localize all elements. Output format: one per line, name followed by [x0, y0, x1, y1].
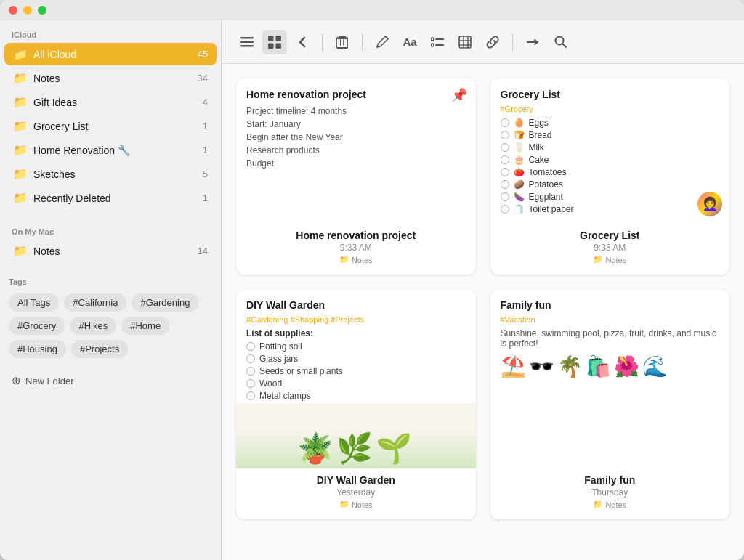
- grocery-tag: #Grocery: [501, 105, 720, 113]
- note-folder-label: Notes: [352, 256, 373, 264]
- grocery-item: 🍆Eggplant: [501, 192, 720, 202]
- svg-rect-4: [276, 36, 282, 41]
- sidebar-item-sketches[interactable]: 📁 Sketches 5: [4, 163, 217, 185]
- format-button[interactable]: Aa: [397, 30, 422, 54]
- pin-icon: 📌: [451, 87, 467, 103]
- sidebar-item-count: 1: [203, 145, 208, 155]
- svg-rect-16: [459, 36, 471, 48]
- note-preview-title: DIY Wall Garden: [246, 299, 466, 311]
- format-text-icon: Aa: [403, 36, 416, 48]
- note-folder-label: Notes: [605, 256, 626, 264]
- close-button[interactable]: [9, 6, 17, 15]
- folder-small-icon: 📁: [593, 500, 603, 509]
- list-view-button[interactable]: [235, 30, 259, 54]
- folder-icon: 📁: [13, 167, 28, 181]
- tag-grocery[interactable]: #Grocery: [9, 317, 65, 335]
- new-folder-button[interactable]: ⊕ New Folder: [0, 368, 221, 393]
- svg-rect-0: [240, 37, 254, 39]
- note-preview: Family fun #Vacation Sunshine, swimming …: [490, 289, 730, 468]
- supply-item: Seeds or small plants: [246, 366, 466, 376]
- trash-icon: [336, 35, 348, 49]
- note-preview-title: Home renovation project: [246, 89, 466, 100]
- compose-icon: [376, 36, 389, 49]
- note-folder: 📁 Notes: [236, 500, 476, 509]
- note-time: Yesterday: [236, 487, 476, 498]
- note-title: Family fun: [490, 474, 730, 486]
- toolbar-divider-3: [512, 33, 513, 51]
- title-bar: [0, 0, 744, 20]
- folder-icon: 📁: [13, 143, 28, 157]
- sidebar-item-recently-deleted[interactable]: 📁 Recently Deleted 1: [4, 187, 217, 209]
- checklist-button[interactable]: [425, 30, 450, 54]
- sidebar-item-all-icloud[interactable]: 📁 All iCloud 45: [4, 43, 217, 65]
- checkbox-icon: [501, 180, 509, 189]
- tag-gardening[interactable]: #Gardening: [132, 293, 198, 312]
- sidebar-item-gift-ideas[interactable]: 📁 Gift Ideas 4: [4, 91, 217, 113]
- sidebar-item-mac-notes[interactable]: 📁 Notes 14: [4, 240, 217, 262]
- compose-button[interactable]: [370, 30, 395, 54]
- attachment-button[interactable]: [480, 30, 505, 54]
- svg-rect-2: [240, 45, 254, 47]
- checkbox-icon: [501, 155, 509, 164]
- sidebar-item-grocery-list[interactable]: 📁 Grocery List 1: [4, 115, 217, 137]
- table-button[interactable]: [453, 30, 477, 54]
- supply-item: Glass jars: [246, 354, 466, 364]
- tag-california[interactable]: #California: [64, 293, 126, 312]
- svg-rect-11: [337, 38, 347, 39]
- svg-rect-8: [340, 39, 341, 46]
- back-button[interactable]: [290, 30, 315, 54]
- garden-tags: #Gardening #Shopping #Projects: [246, 315, 466, 324]
- sidebar-item-count: 34: [198, 73, 208, 84]
- maximize-button[interactable]: [38, 6, 46, 15]
- delete-button[interactable]: [330, 30, 355, 54]
- toolbar: Aa: [222, 20, 744, 64]
- icloud-section-label: iCloud: [0, 20, 221, 42]
- sidebar-item-home-renovation[interactable]: 📁 Home Renovation 🔧 1: [4, 139, 217, 161]
- sidebar-item-count: 1: [203, 121, 208, 131]
- minimize-button[interactable]: [23, 6, 32, 15]
- svg-rect-3: [268, 36, 274, 41]
- link-icon: [486, 36, 499, 49]
- note-preview: Home renovation project Project timeline…: [236, 78, 476, 224]
- tags-grid: All Tags #California #Gardening #Grocery…: [9, 289, 212, 362]
- family-description: Sunshine, swimming pool, pizza, fruit, d…: [501, 328, 720, 349]
- sidebar-item-notes[interactable]: 📁 Notes 34: [4, 67, 217, 89]
- search-button[interactable]: [548, 30, 573, 54]
- note-folder: 📁 Notes: [236, 255, 476, 264]
- tag-housing[interactable]: #Housing: [9, 340, 66, 358]
- note-meta: Home renovation project 9:33 AM 📁 Notes: [236, 224, 476, 275]
- note-card-grocery[interactable]: Grocery List #Grocery 🥚Eggs 🍞Bread: [490, 78, 730, 275]
- grocery-item: 🥛Milk: [501, 142, 720, 153]
- plus-icon: ⊕: [12, 374, 21, 387]
- sidebar-item-label: Grocery List: [33, 121, 197, 132]
- folder-icon: 📁: [13, 119, 28, 133]
- sidebar-item-label: Notes: [33, 73, 192, 84]
- tag-all[interactable]: All Tags: [9, 293, 59, 312]
- note-preview-title: Family fun: [501, 299, 720, 311]
- checkbox-icon: [246, 354, 255, 363]
- tag-home[interactable]: #Home: [121, 317, 169, 335]
- checkbox-icon: [246, 391, 255, 400]
- more-button[interactable]: [520, 30, 545, 54]
- tag-hikes[interactable]: #Hikes: [70, 317, 116, 335]
- vacation-tag: #Vacation: [501, 315, 720, 324]
- note-preview-title: Grocery List: [501, 89, 720, 100]
- new-folder-label: New Folder: [25, 376, 73, 386]
- grocery-item: 🍞Bread: [501, 130, 720, 140]
- note-card-diy-garden[interactable]: DIY Wall Garden #Gardening #Shopping #Pr…: [236, 289, 476, 519]
- supply-item: Wood: [246, 378, 466, 389]
- note-card-family-fun[interactable]: Family fun #Vacation Sunshine, swimming …: [490, 289, 730, 519]
- grocery-item: 🥚Eggs: [501, 118, 720, 128]
- tag-projects[interactable]: #Projects: [71, 340, 128, 358]
- folder-icon: 📁: [13, 95, 28, 109]
- note-title: Grocery List: [490, 230, 730, 241]
- note-time: 9:38 AM: [490, 243, 730, 253]
- note-folder-label: Notes: [605, 500, 626, 509]
- checkbox-icon: [246, 342, 255, 351]
- grid-view-button[interactable]: [262, 30, 287, 54]
- checkbox-icon: [501, 131, 509, 139]
- note-card-home-renovation[interactable]: Home renovation project Project timeline…: [236, 78, 476, 275]
- sidebar-item-label: Sketches: [33, 169, 197, 180]
- note-time: 9:33 AM: [236, 243, 476, 253]
- folder-icon: 📁: [13, 191, 28, 205]
